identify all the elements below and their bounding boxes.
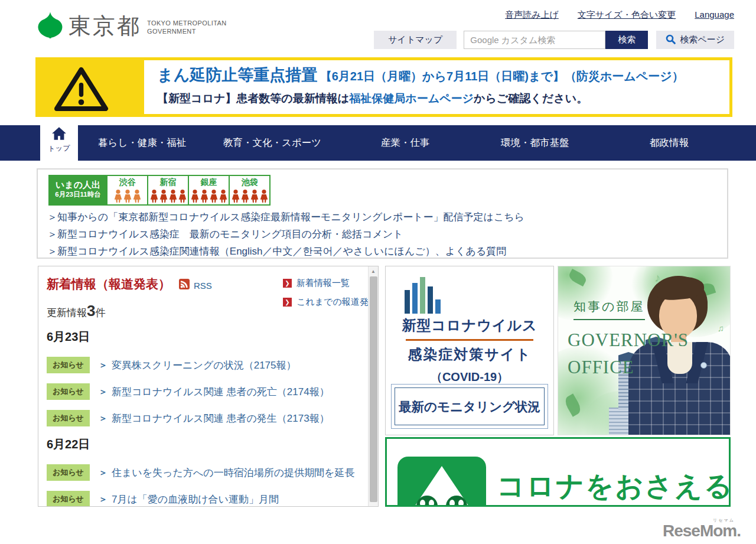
- news-scrollbar: ▲: [368, 266, 378, 506]
- health-bureau-link[interactable]: 福祉保健局ホームページ: [349, 92, 474, 105]
- news-panel: 新着情報（報道発表） RSS ❯ 新着情報一覧 ❯ これまでの報道発表 更新情報…: [38, 266, 379, 507]
- covid-site-card[interactable]: 新型コロナウイルス 感染症対策サイト （COVID-19） 最新のモニタリング状…: [385, 266, 554, 435]
- language-link[interactable]: Language: [695, 9, 734, 21]
- governor-card-title: 知事の部屋: [573, 298, 645, 320]
- orange-divider: [406, 339, 533, 341]
- news-list: 6月23日 お知らせ ＞ 変異株スクリーニングの状況（2175報） お知らせ ＞…: [47, 324, 358, 507]
- search-page-button[interactable]: 検索ページ: [656, 31, 734, 49]
- search-input[interactable]: [464, 35, 605, 45]
- crowd-level-widget[interactable]: いまの人出 6月23日11時台 渋谷 新宿 銀座 池袋: [48, 175, 271, 206]
- crowd-cell-ginza: 銀座: [188, 175, 230, 206]
- alert-title-period: 【6月21日（月曜）から7月11日（日曜)まで】（防災ホームページ）: [320, 70, 684, 83]
- crowd-cell-shinjuku: 新宿: [147, 175, 189, 206]
- chevron-right-icon: ＞: [99, 360, 107, 371]
- crowd-cell-shibuya: 渋谷: [106, 175, 148, 206]
- news-date-heading: 6月22日: [47, 436, 358, 452]
- news-badge: お知らせ: [47, 491, 90, 507]
- rss-link[interactable]: RSS: [179, 279, 212, 292]
- news-panel-title: 新着情報（報道発表）: [47, 276, 171, 292]
- news-badge: お知らせ: [47, 410, 90, 426]
- covid-card-title-line1: 新型コロナウイルス: [386, 316, 553, 335]
- news-item: お知らせ ＞ 変異株スクリーニングの状況（2175報）: [47, 357, 358, 373]
- logo-english: TOKYO METROPOLITAN GOVERNMENT: [147, 19, 227, 35]
- news-item: お知らせ ＞ 住まいを失った方への一時宿泊場所の提供期間を延長: [47, 464, 358, 481]
- person-icon: [191, 188, 227, 203]
- news-item-link[interactable]: 新型コロナウイルス関連 患者の死亡（2174報）: [112, 385, 330, 399]
- nav-item-living-health-welfare[interactable]: 暮らし・健康・福祉: [98, 125, 186, 161]
- person-icon: [150, 188, 187, 203]
- nav-item-education-culture-sports[interactable]: 教育・文化・スポーツ: [223, 125, 321, 161]
- news-date-heading: 6月23日: [47, 329, 358, 345]
- chevron-right-icon: ＞: [99, 494, 107, 505]
- alert-title-link[interactable]: まん延防止等重点措置: [157, 66, 317, 84]
- notice-links: ＞知事からの「東京都新型コロナウイルス感染症最新情報ーモニタリングレポートー」配…: [47, 209, 524, 260]
- person-icon: [113, 188, 142, 203]
- header-toolbar: サイトマップ 検索 検索ページ: [374, 31, 734, 49]
- search-button[interactable]: 検索: [605, 31, 648, 49]
- site-logo[interactable]: 東京都 TOKYO METROPOLITAN GOVERNMENT: [37, 11, 227, 41]
- warning-triangle-icon: [53, 65, 109, 116]
- global-nav: トップ 暮らし・健康・福祉 教育・文化・スポーツ 産業・仕事 環境・都市基盤 都…: [0, 125, 756, 161]
- search-icon: [666, 34, 676, 46]
- rss-icon: [179, 279, 190, 292]
- alert-subline: 【新型コロナ】患者数等の最新情報は福祉保健局ホームページからご確認ください。: [157, 91, 716, 106]
- logo-kanji: 東京都: [69, 11, 141, 41]
- covid-card-title-line3: （COVID-19）: [386, 369, 553, 385]
- voice-readout-link[interactable]: 音声読み上げ: [505, 9, 559, 21]
- suppress-corona-logo-icon: [397, 457, 486, 507]
- nav-item-industry-work[interactable]: 産業・仕事: [381, 125, 430, 161]
- news-item: お知らせ ＞ 新型コロナウイルス関連 患者の発生（2173報）: [47, 410, 358, 426]
- scrollbar-thumb[interactable]: [370, 276, 377, 502]
- person-icon: [232, 188, 268, 203]
- covid-card-title-line2: 感染症対策サイト: [386, 345, 553, 364]
- news-item-link[interactable]: 7月は「愛の血液助け合い運動」月間: [112, 493, 279, 506]
- news-item: お知らせ ＞ 7月は「愛の血液助け合い運動」月間: [47, 491, 358, 507]
- governor-card-english-title: GOVERNOR'S OFFICE: [568, 327, 689, 381]
- news-badge: お知らせ: [47, 464, 90, 481]
- header-utility-links: 音声読み上げ 文字サイズ・色合い変更 Language: [505, 9, 734, 21]
- nav-item-metro-info[interactable]: 都政情報: [650, 125, 689, 161]
- news-badge: お知らせ: [47, 383, 90, 400]
- crowd-widget-label: いまの人出 6月23日11時台: [48, 175, 107, 206]
- update-count: 更新情報3件: [47, 302, 105, 320]
- chevron-right-icon: ＞: [99, 467, 107, 478]
- notice-link-monitoring-analysis[interactable]: ＞新型コロナウイルス感染症 最新のモニタリング項目の分析・総括コメント: [47, 226, 524, 243]
- crowd-cell-ikebukuro: 池袋: [229, 175, 271, 206]
- emergency-alert-banner: まん延防止等重点措置 【6月21日（月曜）から7月11日（日曜)まで】（防災ホー…: [35, 57, 732, 117]
- red-arrow-icon: ❯: [283, 298, 292, 307]
- news-badge: お知らせ: [47, 357, 90, 373]
- past-press-releases-link[interactable]: ❯ これまでの報道発表: [283, 297, 377, 308]
- text-size-color-link[interactable]: 文字サイズ・色合い変更: [578, 9, 676, 21]
- suppress-corona-banner-text: コロナをおさえる: [497, 468, 731, 505]
- alert-content: まん延防止等重点措置 【6月21日（月曜）から7月11日（日曜)まで】（防災ホー…: [144, 60, 729, 114]
- search-box: [464, 31, 605, 49]
- notice-link-monitoring-report[interactable]: ＞知事からの「東京都新型コロナウイルス感染症最新情報ーモニタリングレポートー」配…: [47, 209, 524, 226]
- tokyo-metropolitan-government-homepage: 東京都 TOKYO METROPOLITAN GOVERNMENT 音声読み上げ…: [0, 0, 756, 544]
- chevron-right-icon: ＞: [99, 413, 107, 424]
- chevron-right-icon: ＞: [99, 386, 107, 398]
- news-item-link[interactable]: 変異株スクリーニングの状況（2175報）: [112, 359, 296, 372]
- suppress-corona-banner[interactable]: コロナをおさえる: [385, 437, 731, 507]
- nav-item-environment-urban[interactable]: 環境・都市基盤: [501, 125, 569, 161]
- home-icon: [51, 132, 67, 142]
- covid-info-box: いまの人出 6月23日11時台 渋谷 新宿 銀座 池袋 ＞知事からの「東京都新型…: [37, 168, 728, 259]
- news-item: お知らせ ＞ 新型コロナウイルス関連 患者の死亡（2174報）: [47, 383, 358, 400]
- governors-office-card[interactable]: ♪ ♫ 知事の部屋 GOVERNOR'S OFFICE: [558, 266, 731, 435]
- monitoring-status-button[interactable]: 最新のモニタリング状況: [391, 384, 548, 429]
- notice-link-related-info[interactable]: ＞新型コロナウイルス感染症関連情報（English／中文／한국어／やさしいにほん…: [47, 243, 524, 260]
- resemom-watermark: リセマム ReseMom.: [663, 517, 741, 540]
- news-nav-links: ❯ 新着情報一覧 ❯ これまでの報道発表: [283, 278, 377, 315]
- news-item-link[interactable]: 住まいを失った方への一時宿泊場所の提供期間を延長: [112, 466, 355, 480]
- scroll-up-icon[interactable]: ▲: [369, 266, 378, 276]
- bar-chart-icon: [405, 277, 444, 316]
- ginkgo-leaf-icon: [37, 11, 64, 41]
- news-list-link[interactable]: ❯ 新着情報一覧: [283, 278, 377, 289]
- nav-home-tab[interactable]: トップ: [40, 121, 78, 161]
- sitemap-button[interactable]: サイトマップ: [374, 31, 457, 49]
- red-arrow-icon: ❯: [283, 279, 292, 288]
- news-item-link[interactable]: 新型コロナウイルス関連 患者の発生（2173報）: [112, 412, 330, 425]
